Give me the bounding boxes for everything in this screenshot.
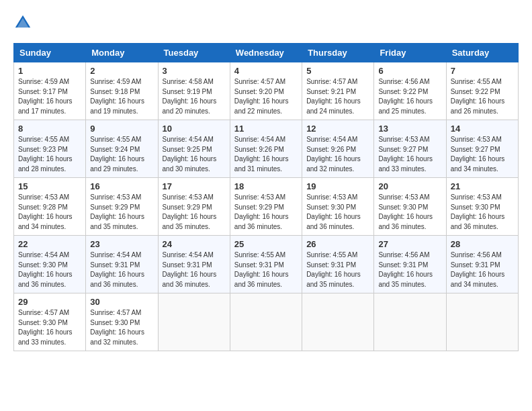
- logo: [13, 13, 35, 32]
- calendar-cell: 5 Sunrise: 4:57 AMSunset: 9:21 PMDayligh…: [302, 62, 374, 120]
- day-info: Sunrise: 4:53 AMSunset: 9:30 PMDaylight:…: [451, 193, 514, 232]
- day-info: Sunrise: 4:53 AMSunset: 9:29 PMDaylight:…: [90, 193, 153, 232]
- day-number: 4: [234, 66, 298, 76]
- calendar-week-row: 8 Sunrise: 4:55 AMSunset: 9:23 PMDayligh…: [14, 120, 519, 178]
- calendar-cell: 26 Sunrise: 4:55 AMSunset: 9:31 PMDaylig…: [302, 236, 374, 293]
- day-info: Sunrise: 4:57 AMSunset: 9:30 PMDaylight:…: [90, 308, 153, 347]
- day-info: Sunrise: 4:54 AMSunset: 9:31 PMDaylight:…: [90, 250, 153, 289]
- calendar-cell: 28 Sunrise: 4:56 AMSunset: 9:31 PMDaylig…: [446, 236, 518, 293]
- day-info: Sunrise: 4:53 AMSunset: 9:28 PMDaylight:…: [18, 193, 81, 232]
- calendar-cell: 11 Sunrise: 4:54 AMSunset: 9:26 PMDaylig…: [230, 120, 302, 178]
- calendar-cell: 20 Sunrise: 4:53 AMSunset: 9:30 PMDaylig…: [374, 178, 446, 236]
- calendar-cell: [302, 293, 374, 351]
- day-info: Sunrise: 4:56 AMSunset: 9:31 PMDaylight:…: [378, 250, 441, 289]
- day-info: Sunrise: 4:55 AMSunset: 9:24 PMDaylight:…: [90, 135, 153, 174]
- calendar-cell: 10 Sunrise: 4:54 AMSunset: 9:25 PMDaylig…: [158, 120, 230, 178]
- day-info: Sunrise: 4:54 AMSunset: 9:26 PMDaylight:…: [234, 135, 298, 174]
- calendar-week-row: 29 Sunrise: 4:57 AMSunset: 9:30 PMDaylig…: [14, 293, 519, 351]
- day-number: 6: [378, 66, 441, 76]
- day-info: Sunrise: 4:53 AMSunset: 9:29 PMDaylight:…: [234, 193, 298, 232]
- day-info: Sunrise: 4:56 AMSunset: 9:31 PMDaylight:…: [451, 250, 514, 289]
- calendar-cell: 24 Sunrise: 4:54 AMSunset: 9:31 PMDaylig…: [158, 236, 230, 293]
- day-number: 13: [378, 124, 441, 134]
- calendar-cell: [158, 293, 230, 351]
- day-number: 7: [451, 66, 514, 76]
- day-number: 22: [18, 239, 81, 249]
- day-number: 14: [451, 124, 514, 134]
- day-info: Sunrise: 4:57 AMSunset: 9:30 PMDaylight:…: [18, 308, 81, 347]
- header-tuesday: Tuesday: [158, 44, 230, 62]
- day-number: 28: [451, 239, 514, 249]
- day-info: Sunrise: 4:55 AMSunset: 9:22 PMDaylight:…: [451, 77, 514, 116]
- calendar-week-row: 15 Sunrise: 4:53 AMSunset: 9:28 PMDaylig…: [14, 178, 519, 236]
- calendar-cell: 13 Sunrise: 4:53 AMSunset: 9:27 PMDaylig…: [374, 120, 446, 178]
- day-number: 12: [306, 124, 369, 134]
- day-info: Sunrise: 4:59 AMSunset: 9:18 PMDaylight:…: [90, 77, 153, 116]
- calendar-cell: 18 Sunrise: 4:53 AMSunset: 9:29 PMDaylig…: [230, 178, 302, 236]
- day-info: Sunrise: 4:55 AMSunset: 9:31 PMDaylight:…: [234, 250, 298, 289]
- day-info: Sunrise: 4:55 AMSunset: 9:23 PMDaylight:…: [18, 135, 81, 174]
- calendar-cell: 8 Sunrise: 4:55 AMSunset: 9:23 PMDayligh…: [14, 120, 86, 178]
- day-info: Sunrise: 4:54 AMSunset: 9:25 PMDaylight:…: [163, 135, 226, 174]
- calendar-cell: 14 Sunrise: 4:53 AMSunset: 9:27 PMDaylig…: [446, 120, 518, 178]
- calendar-week-row: 1 Sunrise: 4:59 AMSunset: 9:17 PMDayligh…: [14, 62, 519, 120]
- calendar-cell: 15 Sunrise: 4:53 AMSunset: 9:28 PMDaylig…: [14, 178, 86, 236]
- day-info: Sunrise: 4:55 AMSunset: 9:31 PMDaylight:…: [306, 250, 369, 289]
- day-number: 24: [163, 239, 226, 249]
- calendar-cell: 16 Sunrise: 4:53 AMSunset: 9:29 PMDaylig…: [86, 178, 158, 236]
- calendar-cell: 2 Sunrise: 4:59 AMSunset: 9:18 PMDayligh…: [86, 62, 158, 120]
- header-friday: Friday: [374, 44, 446, 62]
- day-number: 21: [451, 181, 514, 191]
- day-info: Sunrise: 4:53 AMSunset: 9:29 PMDaylight:…: [163, 193, 226, 232]
- day-info: Sunrise: 4:54 AMSunset: 9:26 PMDaylight:…: [306, 135, 369, 174]
- calendar-table: Sunday Monday Tuesday Wednesday Thursday…: [13, 43, 519, 351]
- day-info: Sunrise: 4:53 AMSunset: 9:30 PMDaylight:…: [306, 193, 369, 232]
- calendar-cell: 19 Sunrise: 4:53 AMSunset: 9:30 PMDaylig…: [302, 178, 374, 236]
- day-number: 11: [234, 124, 298, 134]
- calendar-cell: 21 Sunrise: 4:53 AMSunset: 9:30 PMDaylig…: [446, 178, 518, 236]
- day-info: Sunrise: 4:58 AMSunset: 9:19 PMDaylight:…: [163, 77, 226, 116]
- header-thursday: Thursday: [302, 44, 374, 62]
- day-info: Sunrise: 4:54 AMSunset: 9:31 PMDaylight:…: [163, 250, 226, 289]
- day-info: Sunrise: 4:54 AMSunset: 9:30 PMDaylight:…: [18, 250, 81, 289]
- calendar-header-row: Sunday Monday Tuesday Wednesday Thursday…: [14, 44, 519, 62]
- calendar-cell: 22 Sunrise: 4:54 AMSunset: 9:30 PMDaylig…: [14, 236, 86, 293]
- header-wednesday: Wednesday: [230, 44, 302, 62]
- day-info: Sunrise: 4:56 AMSunset: 9:22 PMDaylight:…: [378, 77, 441, 116]
- day-number: 15: [18, 181, 81, 191]
- header-monday: Monday: [86, 44, 158, 62]
- day-info: Sunrise: 4:57 AMSunset: 9:20 PMDaylight:…: [234, 77, 298, 116]
- day-number: 1: [18, 66, 81, 76]
- day-number: 20: [378, 181, 441, 191]
- calendar-cell: [230, 293, 302, 351]
- calendar-cell: 25 Sunrise: 4:55 AMSunset: 9:31 PMDaylig…: [230, 236, 302, 293]
- day-number: 8: [18, 124, 81, 134]
- calendar-cell: 9 Sunrise: 4:55 AMSunset: 9:24 PMDayligh…: [86, 120, 158, 178]
- calendar-cell: 1 Sunrise: 4:59 AMSunset: 9:17 PMDayligh…: [14, 62, 86, 120]
- calendar-cell: 30 Sunrise: 4:57 AMSunset: 9:30 PMDaylig…: [86, 293, 158, 351]
- calendar-cell: 12 Sunrise: 4:54 AMSunset: 9:26 PMDaylig…: [302, 120, 374, 178]
- day-number: 9: [90, 124, 153, 134]
- day-number: 18: [234, 181, 298, 191]
- calendar-cell: 3 Sunrise: 4:58 AMSunset: 9:19 PMDayligh…: [158, 62, 230, 120]
- calendar-cell: [446, 293, 518, 351]
- calendar-cell: 7 Sunrise: 4:55 AMSunset: 9:22 PMDayligh…: [446, 62, 518, 120]
- day-info: Sunrise: 4:53 AMSunset: 9:27 PMDaylight:…: [451, 135, 514, 174]
- day-number: 3: [163, 66, 226, 76]
- page-header: [13, 13, 519, 32]
- day-number: 5: [306, 66, 369, 76]
- calendar-cell: 27 Sunrise: 4:56 AMSunset: 9:31 PMDaylig…: [374, 236, 446, 293]
- day-info: Sunrise: 4:59 AMSunset: 9:17 PMDaylight:…: [18, 77, 81, 116]
- header-sunday: Sunday: [14, 44, 86, 62]
- day-number: 23: [90, 239, 153, 249]
- day-number: 10: [163, 124, 226, 134]
- day-info: Sunrise: 4:53 AMSunset: 9:30 PMDaylight:…: [378, 193, 441, 232]
- calendar-cell: 23 Sunrise: 4:54 AMSunset: 9:31 PMDaylig…: [86, 236, 158, 293]
- calendar-cell: [374, 293, 446, 351]
- calendar-cell: 29 Sunrise: 4:57 AMSunset: 9:30 PMDaylig…: [14, 293, 86, 351]
- header-saturday: Saturday: [446, 44, 518, 62]
- calendar-week-row: 22 Sunrise: 4:54 AMSunset: 9:30 PMDaylig…: [14, 236, 519, 293]
- day-number: 17: [163, 181, 226, 191]
- day-number: 27: [378, 239, 441, 249]
- day-number: 30: [90, 297, 153, 307]
